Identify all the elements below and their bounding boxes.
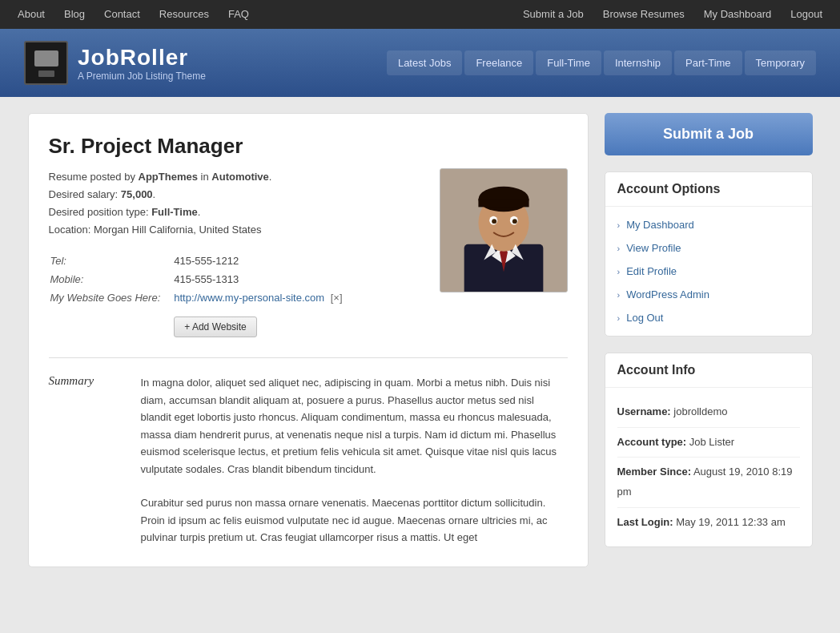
username-label: Username: [617,405,671,417]
resume-title: Sr. Project Manager [49,134,568,159]
account-info-type-row: Account type: Job Lister [617,428,800,458]
member-since-label: Member Since: [617,466,691,478]
option-dashboard[interactable]: › My Dashboard [605,213,812,236]
location-label: Location: [49,224,91,236]
website-link[interactable]: http://www.my-personal-site.com [174,292,324,304]
account-info-member-row: Member Since: August 19, 2010 8:19 pm [617,458,800,507]
summary-label: Summary [49,374,129,546]
main-container: Sr. Project Manager Resume posted by App… [16,113,825,567]
mobile-value: 415-555-1313 [174,271,342,288]
summary-content: In magna dolor, aliquet sed aliquet nec,… [141,374,568,546]
summary-section: Summary In magna dolor, aliquet sed aliq… [49,374,568,546]
logo-area: JobRoller A Premium Job Listing Theme [24,41,206,85]
nav-submit-job[interactable]: Submit a Job [513,0,593,29]
last-login-value: May 19, 2011 12:33 am [676,516,786,528]
profile-section: Resume posted by AppThemes in Automotive… [49,168,568,341]
option-logout[interactable]: › Log Out [605,306,812,329]
tel-label: Tel: [50,252,173,269]
posted-by-author: AppThemes [139,171,198,183]
job-type-parttime[interactable]: Part-Time [674,50,742,75]
option-wp-admin[interactable]: › WordPress Admin [605,283,812,306]
job-type-internship[interactable]: Internship [604,50,672,75]
job-type-freelance[interactable]: Freelance [464,50,533,75]
top-navigation: About Blog Contact Resources FAQ Submit … [0,0,840,29]
top-nav-left: About Blog Contact Resources FAQ [8,0,259,29]
site-title: JobRoller [78,45,206,71]
add-website-button[interactable]: + Add Website [174,316,257,337]
option-edit-profile-label: Edit Profile [626,265,677,277]
nav-logout[interactable]: Logout [781,0,832,29]
svg-point-6 [478,187,529,212]
list-item: › My Dashboard [605,213,812,236]
website-close[interactable]: [×] [331,292,343,304]
website-value: http://www.my-personal-site.com [×] [174,289,342,306]
svg-point-11 [512,219,516,224]
account-options-title: Account Options [605,172,812,207]
svg-rect-7 [478,200,529,208]
nav-about[interactable]: About [8,0,54,29]
top-nav-right: Submit a Job Browse Resumes My Dashboard… [513,0,832,29]
list-item: › WordPress Admin [605,283,812,306]
account-info-box: Account Info Username: jobrolldemo Accou… [605,353,813,547]
account-info-login-row: Last Login: May 19, 2011 12:33 am [617,508,800,538]
nav-my-dashboard[interactable]: My Dashboard [694,0,782,29]
list-item: › Edit Profile [605,260,812,283]
mobile-label: Mobile: [50,271,173,288]
resume-card: Sr. Project Manager Resume posted by App… [28,113,589,567]
nav-contact[interactable]: Contact [94,0,150,29]
username-value: jobrolldemo [673,405,727,417]
job-type-latest[interactable]: Latest Jobs [387,50,463,75]
nav-browse-resumes[interactable]: Browse Resumes [593,0,694,29]
job-type-nav: Latest Jobs Freelance Full-Time Internsh… [387,50,816,75]
position-label: Desired position type: [49,206,149,218]
profile-avatar-svg [440,169,567,292]
option-logout-label: Log Out [626,312,663,324]
list-item: › View Profile [605,236,812,260]
tel-value: 415-555-1212 [174,252,342,269]
option-wp-admin-label: WordPress Admin [626,288,709,300]
contact-table: Tel: 415-555-1212 Mobile: 415-555-1313 M… [49,251,344,341]
summary-paragraph-1: In magna dolor, aliquet sed aliquet nec,… [141,374,568,478]
resume-meta: Resume posted by AppThemes in Automotive… [49,168,424,239]
site-header: JobRoller A Premium Job Listing Theme La… [0,29,840,97]
last-login-label: Last Login: [617,516,673,528]
resume-category: Automotive [211,171,269,183]
resume-position: Full-Time [151,206,198,218]
summary-paragraph-2: Curabitur sed purus non massa ornare ven… [141,494,568,546]
account-info-content: Username: jobrolldemo Account type: Job … [605,388,812,546]
option-view-profile[interactable]: › View Profile [605,236,812,260]
chevron-icon: › [617,267,621,276]
nav-resources[interactable]: Resources [150,0,219,29]
logo-text: JobRoller A Premium Job Listing Theme [78,45,206,82]
job-type-temporary[interactable]: Temporary [745,50,816,75]
chevron-icon: › [617,290,621,300]
option-view-profile-label: View Profile [626,242,681,254]
resume-location: Morgan Hill California, United States [94,224,262,236]
chevron-icon: › [617,244,621,253]
list-item: › Log Out [605,306,812,329]
svg-point-10 [492,219,496,224]
resume-salary: 75,000 [121,188,153,200]
profile-info: Resume posted by AppThemes in Automotive… [49,168,424,341]
posted-by-prefix: Resume posted by [49,171,135,183]
site-subtitle: A Premium Job Listing Theme [78,71,206,82]
option-edit-profile[interactable]: › Edit Profile [605,260,812,283]
account-options-list: › My Dashboard › View Profile › Edit Pro… [605,207,812,336]
section-divider [49,357,568,358]
submit-job-button[interactable]: Submit a Job [605,113,813,155]
option-dashboard-label: My Dashboard [626,219,694,231]
in-text: in [201,171,209,183]
account-type-label: Account type: [617,436,687,448]
chevron-icon: › [617,220,621,230]
account-info-username-row: Username: jobrolldemo [617,397,800,428]
nav-faq[interactable]: FAQ [219,0,259,29]
account-type-value: Job Lister [689,436,734,448]
job-type-fulltime[interactable]: Full-Time [536,50,601,75]
sidebar: Submit a Job Account Options › My Dashbo… [605,113,813,567]
account-info-title: Account Info [605,353,812,388]
chevron-icon: › [617,313,621,323]
nav-blog[interactable]: Blog [54,0,94,29]
account-options-box: Account Options › My Dashboard › View Pr… [605,171,813,337]
logo-icon [24,41,68,85]
profile-photo [440,168,568,292]
